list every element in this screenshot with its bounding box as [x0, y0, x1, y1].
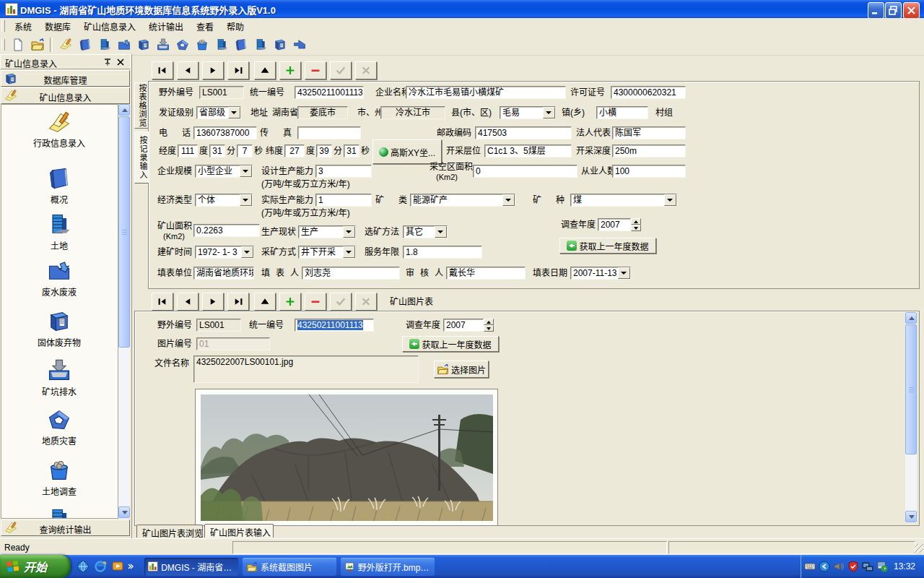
mining-method-combo[interactable]: 井下开采 — [298, 246, 356, 259]
keyboard-icon[interactable] — [804, 561, 816, 572]
antivirus-shield-icon[interactable] — [847, 561, 859, 572]
start-button[interactable]: 开始 — [0, 555, 71, 578]
prefecture-box[interactable]: 冷水江市 — [380, 106, 445, 119]
sidebar-group-query-stats[interactable]: 查询统计输出 — [1, 519, 130, 536]
county-combo[interactable]: 毛易 — [500, 106, 556, 119]
depth-input[interactable]: 250m — [612, 144, 686, 158]
legal-rep-input[interactable]: 陈国军 — [612, 126, 686, 139]
sidebar-item-pit-drainage[interactable]: 矿坑排水 — [1, 358, 117, 397]
beneficiation-combo[interactable]: 其它 — [403, 225, 448, 238]
nav1-prior-button[interactable] — [177, 61, 199, 79]
fill-unit-input[interactable]: 湖南省地质环境 — [193, 267, 254, 280]
latitude-min-input[interactable]: 39 — [316, 144, 332, 158]
scroll-up-button[interactable] — [905, 312, 917, 324]
quick-launch-ie-icon[interactable] — [94, 560, 107, 573]
economy-combo[interactable]: 个体 — [195, 194, 253, 207]
mineral-kind-combo[interactable]: 煤 — [570, 194, 677, 207]
fill-person-input[interactable]: 刘志尧 — [302, 267, 400, 280]
nav1-last-button[interactable] — [227, 61, 249, 79]
sidebar-item-geo-hazard[interactable]: 地质灾害 — [1, 407, 117, 447]
file-name-box[interactable]: 4325022007LS00101.jpg — [193, 355, 419, 383]
field-no-input[interactable]: LS001 — [199, 86, 244, 99]
scroll-down-button[interactable] — [118, 506, 130, 518]
actual-capacity-input[interactable]: 1 — [315, 194, 372, 207]
nav1-insert-button[interactable] — [279, 61, 301, 79]
sidebar-item-partial[interactable] — [1, 506, 117, 519]
mine-area-input[interactable]: 0.2263 — [193, 224, 260, 237]
sidebar-scrollbar[interactable] — [118, 104, 130, 519]
dropdown-arrow-icon[interactable] — [240, 194, 252, 206]
license-input[interactable]: 4300000620321 — [611, 86, 686, 99]
network-icon[interactable] — [862, 561, 873, 572]
photo-survey-year-input[interactable]: 2007 — [443, 319, 484, 332]
spin-up-button[interactable] — [631, 218, 641, 225]
tab-photo-browse[interactable]: 矿山图片表浏览 — [136, 525, 203, 538]
task-button-paint[interactable]: 野外版打开.bmp -... — [341, 558, 435, 576]
pic-no-input[interactable]: 01 — [196, 337, 270, 350]
sidebar-item-wastewater[interactable]: 废水废液 — [1, 258, 117, 298]
language-bar-icon[interactable] — [819, 561, 830, 572]
pin-icon[interactable] — [103, 57, 113, 67]
town-input[interactable]: 小横 — [596, 106, 648, 119]
export-icon[interactable] — [291, 37, 308, 53]
nav2-up-button[interactable] — [254, 293, 276, 311]
land-icon[interactable] — [96, 37, 113, 53]
dropdown-arrow-icon[interactable] — [664, 194, 676, 206]
latitude-sec-input[interactable]: 31 — [344, 144, 359, 158]
spin-up-button[interactable] — [484, 319, 494, 325]
postcode-input[interactable]: 417503 — [475, 126, 572, 139]
tab-table-browse[interactable]: 按表格浏览 — [134, 82, 148, 129]
new-file-icon[interactable] — [9, 37, 26, 53]
photo-unified-no-input[interactable]: 43250211001113 — [295, 319, 374, 332]
twin-towers-icon[interactable] — [252, 37, 269, 53]
nav1-post-button[interactable] — [330, 61, 352, 79]
survey-year-spinner[interactable] — [631, 218, 641, 231]
nav1-delete-button[interactable] — [305, 61, 326, 79]
quick-launch-browser-icon[interactable] — [77, 560, 90, 573]
nav2-prior-button[interactable] — [177, 293, 199, 311]
column-icon[interactable] — [232, 37, 249, 53]
dropdown-arrow-icon[interactable] — [618, 267, 630, 279]
nav2-last-button[interactable] — [227, 293, 249, 311]
volume-icon[interactable] — [833, 561, 845, 572]
menu-item-view[interactable]: 查看 — [190, 19, 220, 34]
quick-launch-expand-icon[interactable] — [127, 560, 134, 573]
pit-drainage-icon[interactable] — [154, 37, 171, 53]
survey-year-input[interactable]: 2007 — [598, 218, 631, 231]
land-survey-icon[interactable] — [193, 37, 210, 53]
city-box[interactable]: 娄底市 — [297, 106, 348, 119]
dropdown-arrow-icon[interactable] — [343, 226, 355, 238]
employees-input[interactable]: 100 — [612, 165, 686, 178]
task-button-folder[interactable]: 系统截图图片 — [243, 558, 336, 576]
layer-input[interactable]: C1c1 3、5煤层 — [484, 144, 572, 158]
maximize-button[interactable] — [885, 2, 902, 19]
scroll-thumb[interactable] — [118, 116, 130, 348]
solid-waste-icon[interactable] — [135, 37, 152, 53]
longitude-sec-input[interactable]: 7 — [237, 144, 253, 158]
latitude-deg-input[interactable]: 27 — [284, 144, 305, 158]
nav2-first-button[interactable] — [152, 293, 173, 311]
production-status-combo[interactable]: 生产 — [298, 225, 356, 238]
longitude-deg-input[interactable]: 111 — [178, 144, 198, 158]
service-years-input[interactable]: 1.8 — [403, 246, 482, 259]
dropdown-arrow-icon[interactable] — [240, 165, 252, 177]
unified-no-input[interactable]: 43250211001113 — [295, 86, 364, 99]
archive-icon[interactable] — [271, 37, 288, 53]
sidebar-item-overview[interactable]: 概况 — [1, 165, 117, 205]
menu-item-mine-info-entry[interactable]: 矿山信息录入 — [77, 19, 142, 34]
nav1-up-button[interactable] — [254, 61, 276, 79]
sidebar-item-solid-waste[interactable]: 固体废弃物 — [1, 309, 117, 348]
goaf-area-input[interactable]: 0 — [473, 165, 578, 178]
auditor-input[interactable]: 戴长华 — [446, 267, 526, 280]
open-folder-icon[interactable] — [29, 37, 45, 53]
phone-input[interactable]: 13607387000 — [193, 126, 257, 139]
menu-item-stats-output[interactable]: 统计输出 — [142, 19, 190, 34]
fetch-prev-year-button[interactable]: 获取上一年度数据 — [559, 238, 656, 254]
wastewater-icon[interactable] — [116, 37, 132, 53]
company-input[interactable]: 冷水江市毛易镇小横煤矿 — [406, 86, 566, 99]
menu-item-help[interactable]: 帮助 — [220, 19, 250, 34]
cert-level-combo[interactable]: 省部级 — [196, 106, 241, 119]
sidebar-item-admin-info[interactable]: 行政信息录入 — [1, 111, 117, 149]
dropdown-arrow-icon[interactable] — [543, 107, 555, 118]
nav2-next-button[interactable] — [202, 293, 224, 311]
